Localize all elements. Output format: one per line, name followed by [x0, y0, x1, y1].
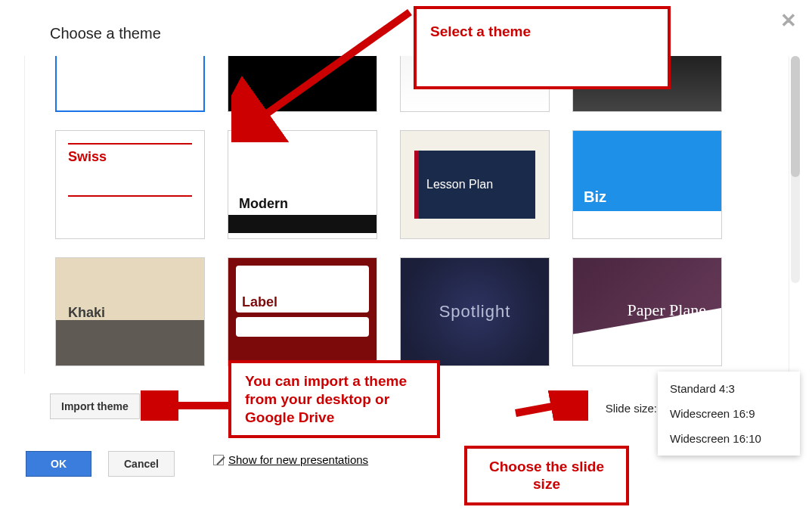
theme-card[interactable] [55, 56, 205, 112]
cancel-button[interactable]: Cancel [108, 451, 175, 477]
slide-size-label: Slide size: [606, 402, 657, 415]
scrollbar[interactable] [791, 56, 800, 283]
dialog-title: Choose a theme [50, 25, 161, 42]
import-theme-button[interactable]: Import theme [50, 393, 140, 419]
theme-label: Label [242, 294, 363, 310]
theme-card-spotlight[interactable]: Spotlight [400, 257, 550, 366]
size-option-widescreen-16-9[interactable]: Widescreen 16:9 [658, 401, 800, 426]
theme-row: Khaki Label Spotlight Paper Plane [55, 257, 758, 366]
slide-size-menu: Standard 4:3 Widescreen 16:9 Widescreen … [658, 372, 800, 456]
annotation-select-theme: Select a theme [414, 6, 671, 89]
choose-theme-dialog: Choose a theme ✕ Swiss Modern [0, 0, 812, 510]
theme-card-khaki[interactable]: Khaki [55, 257, 205, 366]
theme-card-lesson-plan[interactable]: Lesson Plan [400, 130, 550, 239]
size-option-standard[interactable]: Standard 4:3 [658, 376, 800, 401]
close-icon[interactable]: ✕ [780, 9, 797, 33]
theme-label: Paper Plane [628, 300, 706, 320]
theme-label: Biz [584, 188, 606, 206]
theme-card-label[interactable]: Label [228, 257, 377, 366]
checkbox-label: Show for new presentations [228, 453, 368, 466]
size-option-widescreen-16-10[interactable]: Widescreen 16:10 [658, 426, 800, 451]
theme-row: Swiss Modern Lesson Plan Biz [55, 130, 758, 239]
scrollbar-thumb[interactable] [791, 56, 800, 177]
dialog-footer: OK Cancel [26, 451, 175, 477]
arrow-icon [231, 6, 413, 142]
checkbox-icon[interactable] [213, 455, 224, 465]
svg-line-0 [243, 12, 410, 130]
theme-card-paper-plane[interactable]: Paper Plane [572, 257, 722, 366]
annotation-choose-size: Choose the slide size [464, 446, 629, 506]
theme-card-modern[interactable]: Modern [228, 130, 377, 239]
ok-button[interactable]: OK [26, 451, 91, 477]
theme-label: Lesson Plan [426, 178, 493, 191]
arrow-icon [513, 390, 588, 421]
theme-label: Modern [228, 196, 377, 212]
show-for-new-checkbox-row[interactable]: Show for new presentations [213, 453, 368, 466]
theme-label: Swiss [68, 149, 192, 165]
arrow-icon [141, 390, 231, 421]
theme-card-biz[interactable]: Biz [572, 130, 722, 239]
svg-line-2 [516, 401, 581, 413]
theme-label: Spotlight [439, 302, 511, 322]
theme-label: Khaki [68, 305, 105, 321]
annotation-import-theme: You can import a theme from your desktop… [228, 360, 440, 438]
theme-card-swiss[interactable]: Swiss [55, 130, 205, 239]
